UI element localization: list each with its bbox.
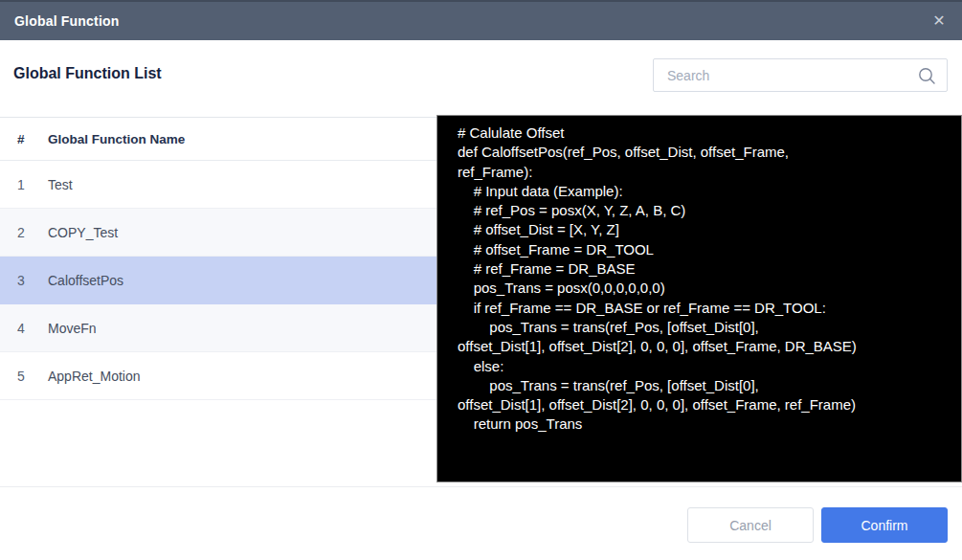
table-row-movefn[interactable]: 4 MoveFn bbox=[0, 304, 437, 352]
search-box[interactable] bbox=[653, 58, 948, 92]
global-function-table: # Global Function Name 1 Test 2 COPY_Tes… bbox=[0, 117, 437, 400]
dialog-titlebar: Global Function ✕ bbox=[0, 0, 962, 40]
footer-divider bbox=[0, 486, 962, 487]
table-row-copy-test[interactable]: 2 COPY_Test bbox=[0, 209, 437, 257]
row-number: 2 bbox=[0, 225, 48, 240]
page-title: Global Function List bbox=[13, 65, 162, 82]
confirm-button[interactable]: Confirm bbox=[821, 507, 948, 543]
table-row-appret-motion[interactable]: 5 AppRet_Motion bbox=[0, 352, 437, 400]
cancel-button[interactable]: Cancel bbox=[687, 507, 814, 543]
row-function-name: AppRet_Motion bbox=[48, 369, 437, 384]
row-number: 3 bbox=[0, 273, 48, 288]
dialog-title: Global Function bbox=[14, 13, 120, 29]
column-header-num: # bbox=[0, 132, 48, 146]
table-row-caloffsetpos-selected[interactable]: 3 CaloffsetPos bbox=[0, 257, 437, 304]
row-number: 4 bbox=[0, 321, 48, 336]
row-number: 1 bbox=[0, 177, 48, 192]
column-header-name: Global Function Name bbox=[48, 132, 437, 146]
search-input[interactable] bbox=[654, 59, 947, 91]
table-header-row: # Global Function Name bbox=[0, 117, 437, 161]
row-function-name: CaloffsetPos bbox=[48, 273, 437, 288]
code-preview-panel: # Calulate Offset def CaloffsetPos(ref_P… bbox=[436, 115, 962, 482]
table-row-test[interactable]: 1 Test bbox=[0, 161, 437, 209]
row-function-name: COPY_Test bbox=[48, 225, 437, 240]
row-function-name: MoveFn bbox=[48, 321, 437, 336]
row-number: 5 bbox=[0, 369, 48, 384]
close-icon[interactable]: ✕ bbox=[928, 11, 950, 32]
function-code: # Calulate Offset def CaloffsetPos(ref_P… bbox=[437, 116, 961, 435]
row-function-name: Test bbox=[48, 177, 437, 192]
